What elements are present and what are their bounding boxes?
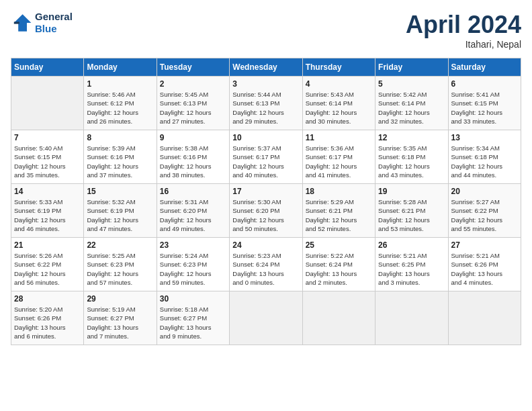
column-header-sunday: Sunday xyxy=(11,58,84,77)
calendar-cell: 23Sunrise: 5:24 AM Sunset: 6:23 PM Dayli… xyxy=(157,238,229,291)
calendar-cell: 29Sunrise: 5:19 AM Sunset: 6:27 PM Dayli… xyxy=(84,291,157,345)
day-info: Sunrise: 5:18 AM Sunset: 6:27 PM Dayligh… xyxy=(160,305,226,340)
day-info: Sunrise: 5:19 AM Sunset: 6:27 PM Dayligh… xyxy=(87,305,153,340)
day-info: Sunrise: 5:45 AM Sunset: 6:13 PM Dayligh… xyxy=(160,90,226,126)
day-info: Sunrise: 5:25 AM Sunset: 6:23 PM Dayligh… xyxy=(87,251,153,287)
calendar-cell: 10Sunrise: 5:37 AM Sunset: 6:17 PM Dayli… xyxy=(230,130,302,184)
calendar-header: SundayMondayTuesdayWednesdayThursdayFrid… xyxy=(11,58,521,77)
calendar-cell: 22Sunrise: 5:25 AM Sunset: 6:23 PM Dayli… xyxy=(84,238,157,291)
day-info: Sunrise: 5:33 AM Sunset: 6:19 PM Dayligh… xyxy=(14,197,81,233)
calendar-cell: 16Sunrise: 5:31 AM Sunset: 6:20 PM Dayli… xyxy=(157,184,229,238)
day-number: 19 xyxy=(378,187,445,196)
calendar-cell: 6Sunrise: 5:41 AM Sunset: 6:15 PM Daylig… xyxy=(448,77,521,130)
day-number: 13 xyxy=(451,133,518,142)
day-info: Sunrise: 5:40 AM Sunset: 6:15 PM Dayligh… xyxy=(14,144,81,179)
day-number: 22 xyxy=(87,240,153,250)
day-info: Sunrise: 5:31 AM Sunset: 6:20 PM Dayligh… xyxy=(160,197,226,233)
column-header-monday: Monday xyxy=(84,58,157,77)
day-number: 17 xyxy=(232,187,299,196)
day-number: 11 xyxy=(306,133,372,142)
day-info: Sunrise: 5:26 AM Sunset: 6:22 PM Dayligh… xyxy=(14,251,81,287)
calendar-cell: 18Sunrise: 5:29 AM Sunset: 6:21 PM Dayli… xyxy=(302,184,375,238)
column-header-friday: Friday xyxy=(375,58,448,77)
day-number: 23 xyxy=(160,240,226,250)
calendar-cell: 13Sunrise: 5:34 AM Sunset: 6:18 PM Dayli… xyxy=(448,130,521,184)
day-number: 16 xyxy=(160,187,226,196)
day-number: 4 xyxy=(306,79,372,89)
day-number: 1 xyxy=(87,79,153,89)
day-info: Sunrise: 5:42 AM Sunset: 6:14 PM Dayligh… xyxy=(378,90,445,126)
day-number: 3 xyxy=(232,79,299,89)
calendar-cell: 19Sunrise: 5:28 AM Sunset: 6:21 PM Dayli… xyxy=(375,184,448,238)
day-info: Sunrise: 5:35 AM Sunset: 6:18 PM Dayligh… xyxy=(378,144,445,179)
day-info: Sunrise: 5:32 AM Sunset: 6:19 PM Dayligh… xyxy=(87,197,153,233)
column-header-saturday: Saturday xyxy=(448,58,521,77)
week-row-2: 7Sunrise: 5:40 AM Sunset: 6:15 PM Daylig… xyxy=(11,130,521,184)
calendar-cell: 14Sunrise: 5:33 AM Sunset: 6:19 PM Dayli… xyxy=(11,184,84,238)
calendar-cell xyxy=(302,291,375,345)
calendar-cell: 26Sunrise: 5:21 AM Sunset: 6:25 PM Dayli… xyxy=(375,238,448,291)
week-row-5: 28Sunrise: 5:20 AM Sunset: 6:26 PM Dayli… xyxy=(11,291,521,345)
day-info: Sunrise: 5:38 AM Sunset: 6:16 PM Dayligh… xyxy=(160,144,226,179)
calendar-cell: 4Sunrise: 5:43 AM Sunset: 6:14 PM Daylig… xyxy=(302,77,375,130)
day-number: 7 xyxy=(14,133,81,142)
calendar-cell: 9Sunrise: 5:38 AM Sunset: 6:16 PM Daylig… xyxy=(157,130,229,184)
calendar-cell xyxy=(11,77,84,130)
title-block: April 2024 Itahari, Nepal xyxy=(406,11,521,50)
calendar-body: 1Sunrise: 5:46 AM Sunset: 6:12 PM Daylig… xyxy=(11,77,521,345)
calendar-cell: 3Sunrise: 5:44 AM Sunset: 6:13 PM Daylig… xyxy=(230,77,302,130)
day-info: Sunrise: 5:43 AM Sunset: 6:14 PM Dayligh… xyxy=(306,90,372,126)
day-number: 10 xyxy=(232,133,299,142)
calendar-cell: 30Sunrise: 5:18 AM Sunset: 6:27 PM Dayli… xyxy=(157,291,229,345)
calendar-cell: 15Sunrise: 5:32 AM Sunset: 6:19 PM Dayli… xyxy=(84,184,157,238)
day-info: Sunrise: 5:46 AM Sunset: 6:12 PM Dayligh… xyxy=(87,90,153,126)
calendar-cell: 17Sunrise: 5:30 AM Sunset: 6:20 PM Dayli… xyxy=(230,184,302,238)
day-number: 6 xyxy=(451,79,518,89)
column-header-tuesday: Tuesday xyxy=(157,58,229,77)
day-number: 27 xyxy=(451,240,518,250)
calendar-table: SundayMondayTuesdayWednesdayThursdayFrid… xyxy=(11,58,521,345)
day-number: 9 xyxy=(160,133,226,142)
location-label: Itahari, Nepal xyxy=(406,39,521,50)
calendar-cell: 7Sunrise: 5:40 AM Sunset: 6:15 PM Daylig… xyxy=(11,130,84,184)
logo: General Blue xyxy=(11,11,73,35)
day-info: Sunrise: 5:20 AM Sunset: 6:26 PM Dayligh… xyxy=(14,305,81,340)
week-row-1: 1Sunrise: 5:46 AM Sunset: 6:12 PM Daylig… xyxy=(11,77,521,130)
day-info: Sunrise: 5:39 AM Sunset: 6:16 PM Dayligh… xyxy=(87,144,153,179)
calendar-cell: 5Sunrise: 5:42 AM Sunset: 6:14 PM Daylig… xyxy=(375,77,448,130)
calendar-cell: 28Sunrise: 5:20 AM Sunset: 6:26 PM Dayli… xyxy=(11,291,84,345)
page-header: General Blue April 2024 Itahari, Nepal xyxy=(11,11,521,50)
calendar-cell: 20Sunrise: 5:27 AM Sunset: 6:22 PM Dayli… xyxy=(448,184,521,238)
calendar-cell: 1Sunrise: 5:46 AM Sunset: 6:12 PM Daylig… xyxy=(84,77,157,130)
calendar-cell: 12Sunrise: 5:35 AM Sunset: 6:18 PM Dayli… xyxy=(375,130,448,184)
calendar-cell xyxy=(230,291,302,345)
day-number: 20 xyxy=(451,187,518,196)
week-row-3: 14Sunrise: 5:33 AM Sunset: 6:19 PM Dayli… xyxy=(11,184,521,238)
calendar-cell: 8Sunrise: 5:39 AM Sunset: 6:16 PM Daylig… xyxy=(84,130,157,184)
day-number: 25 xyxy=(306,240,372,250)
day-info: Sunrise: 5:36 AM Sunset: 6:17 PM Dayligh… xyxy=(306,144,372,179)
calendar-cell: 2Sunrise: 5:45 AM Sunset: 6:13 PM Daylig… xyxy=(157,77,229,130)
logo-icon xyxy=(11,12,32,34)
calendar-cell: 24Sunrise: 5:23 AM Sunset: 6:24 PM Dayli… xyxy=(230,238,302,291)
svg-rect-2 xyxy=(14,21,19,24)
day-info: Sunrise: 5:21 AM Sunset: 6:26 PM Dayligh… xyxy=(451,251,518,287)
day-number: 24 xyxy=(232,240,299,250)
logo-text: General Blue xyxy=(35,11,73,35)
calendar-cell: 11Sunrise: 5:36 AM Sunset: 6:17 PM Dayli… xyxy=(302,130,375,184)
day-number: 14 xyxy=(14,187,81,196)
day-info: Sunrise: 5:23 AM Sunset: 6:24 PM Dayligh… xyxy=(232,251,299,287)
day-number: 29 xyxy=(87,294,153,304)
day-number: 30 xyxy=(160,294,226,304)
calendar-cell xyxy=(448,291,521,345)
day-number: 12 xyxy=(378,133,445,142)
day-info: Sunrise: 5:34 AM Sunset: 6:18 PM Dayligh… xyxy=(451,144,518,179)
day-number: 21 xyxy=(14,240,81,250)
day-info: Sunrise: 5:24 AM Sunset: 6:23 PM Dayligh… xyxy=(160,251,226,287)
day-number: 5 xyxy=(378,79,445,89)
calendar-cell xyxy=(375,291,448,345)
calendar-cell: 25Sunrise: 5:22 AM Sunset: 6:24 PM Dayli… xyxy=(302,238,375,291)
day-number: 8 xyxy=(87,133,153,142)
day-info: Sunrise: 5:37 AM Sunset: 6:17 PM Dayligh… xyxy=(232,144,299,179)
day-number: 28 xyxy=(14,294,81,304)
